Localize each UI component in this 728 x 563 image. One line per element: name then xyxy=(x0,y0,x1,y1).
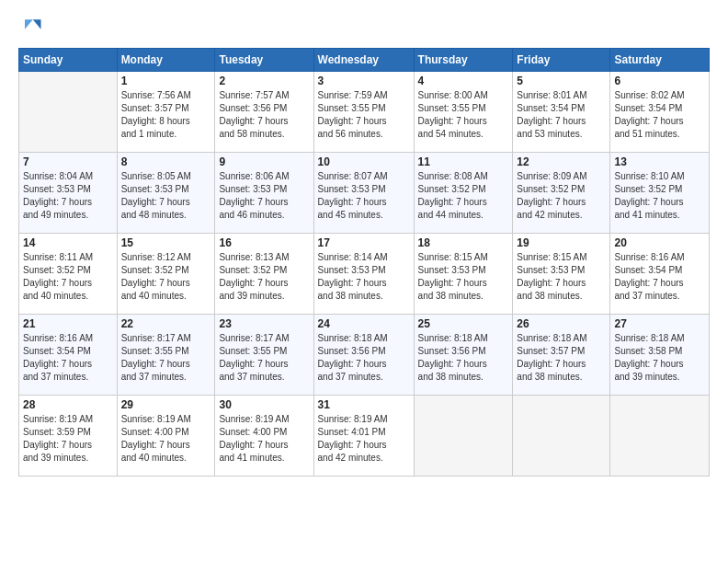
calendar-cell: 29Sunrise: 8:19 AM Sunset: 4:00 PM Dayli… xyxy=(117,396,215,477)
calendar-header-saturday: Saturday xyxy=(610,49,710,72)
day-info: Sunrise: 8:17 AM Sunset: 3:55 PM Dayligh… xyxy=(219,332,309,384)
week-row-4: 21Sunrise: 8:16 AM Sunset: 3:54 PM Dayli… xyxy=(19,315,710,396)
day-number: 18 xyxy=(418,236,509,249)
week-row-2: 7Sunrise: 8:04 AM Sunset: 3:53 PM Daylig… xyxy=(19,153,710,234)
calendar-header-thursday: Thursday xyxy=(414,49,513,72)
calendar-cell: 9Sunrise: 8:06 AM Sunset: 3:53 PM Daylig… xyxy=(215,153,313,234)
day-info: Sunrise: 8:13 AM Sunset: 3:52 PM Dayligh… xyxy=(219,251,309,303)
day-info: Sunrise: 8:09 AM Sunset: 3:52 PM Dayligh… xyxy=(517,170,606,222)
day-number: 2 xyxy=(219,75,309,87)
calendar-cell: 7Sunrise: 8:04 AM Sunset: 3:53 PM Daylig… xyxy=(19,153,118,234)
day-info: Sunrise: 8:00 AM Sunset: 3:55 PM Dayligh… xyxy=(418,89,509,141)
day-info: Sunrise: 8:19 AM Sunset: 3:59 PM Dayligh… xyxy=(23,413,113,465)
day-number: 8 xyxy=(121,155,211,168)
day-number: 23 xyxy=(219,317,309,330)
day-info: Sunrise: 8:15 AM Sunset: 3:53 PM Dayligh… xyxy=(517,251,606,303)
calendar-cell: 12Sunrise: 8:09 AM Sunset: 3:52 PM Dayli… xyxy=(513,153,610,234)
day-info: Sunrise: 8:10 AM Sunset: 3:52 PM Dayligh… xyxy=(614,170,705,222)
svg-marker-1 xyxy=(25,19,33,29)
header xyxy=(18,15,710,40)
calendar-cell: 25Sunrise: 8:18 AM Sunset: 3:56 PM Dayli… xyxy=(414,315,513,396)
day-number: 26 xyxy=(517,317,606,330)
day-info: Sunrise: 8:01 AM Sunset: 3:54 PM Dayligh… xyxy=(517,89,606,141)
calendar-cell: 31Sunrise: 8:19 AM Sunset: 4:01 PM Dayli… xyxy=(313,396,414,477)
day-number: 27 xyxy=(614,317,705,330)
day-number: 16 xyxy=(219,236,309,249)
day-number: 29 xyxy=(121,398,211,411)
calendar-cell: 11Sunrise: 8:08 AM Sunset: 3:52 PM Dayli… xyxy=(414,153,513,234)
week-row-1: 1Sunrise: 7:56 AM Sunset: 3:57 PM Daylig… xyxy=(19,72,710,153)
calendar-cell: 30Sunrise: 8:19 AM Sunset: 4:00 PM Dayli… xyxy=(215,396,313,477)
day-number: 21 xyxy=(23,317,113,330)
day-info: Sunrise: 7:59 AM Sunset: 3:55 PM Dayligh… xyxy=(318,89,410,141)
day-number: 4 xyxy=(418,75,509,87)
calendar-cell: 26Sunrise: 8:18 AM Sunset: 3:57 PM Dayli… xyxy=(513,315,610,396)
calendar-cell: 5Sunrise: 8:01 AM Sunset: 3:54 PM Daylig… xyxy=(513,72,610,153)
calendar-cell xyxy=(513,396,610,477)
day-info: Sunrise: 8:15 AM Sunset: 3:53 PM Dayligh… xyxy=(418,251,509,303)
calendar-header-monday: Monday xyxy=(117,49,215,72)
day-info: Sunrise: 7:56 AM Sunset: 3:57 PM Dayligh… xyxy=(121,89,211,141)
calendar-cell: 14Sunrise: 8:11 AM Sunset: 3:52 PM Dayli… xyxy=(19,234,118,315)
day-info: Sunrise: 8:17 AM Sunset: 3:55 PM Dayligh… xyxy=(121,332,211,384)
day-info: Sunrise: 8:11 AM Sunset: 3:52 PM Dayligh… xyxy=(23,251,113,303)
day-info: Sunrise: 8:05 AM Sunset: 3:53 PM Dayligh… xyxy=(121,170,211,222)
day-number: 12 xyxy=(517,155,606,168)
calendar-cell: 4Sunrise: 8:00 AM Sunset: 3:55 PM Daylig… xyxy=(414,72,513,153)
calendar-cell: 10Sunrise: 8:07 AM Sunset: 3:53 PM Dayli… xyxy=(313,153,414,234)
calendar-header-wednesday: Wednesday xyxy=(313,49,414,72)
svg-marker-0 xyxy=(33,19,41,29)
calendar-header-tuesday: Tuesday xyxy=(215,49,313,72)
calendar-cell: 16Sunrise: 8:13 AM Sunset: 3:52 PM Dayli… xyxy=(215,234,313,315)
day-number: 19 xyxy=(517,236,606,249)
calendar-cell: 20Sunrise: 8:16 AM Sunset: 3:54 PM Dayli… xyxy=(610,234,710,315)
calendar-table: SundayMondayTuesdayWednesdayThursdayFrid… xyxy=(18,48,710,477)
calendar-cell xyxy=(610,396,710,477)
day-info: Sunrise: 8:12 AM Sunset: 3:52 PM Dayligh… xyxy=(121,251,211,303)
day-number: 6 xyxy=(614,75,705,87)
day-number: 5 xyxy=(517,75,606,87)
calendar-cell: 6Sunrise: 8:02 AM Sunset: 3:54 PM Daylig… xyxy=(610,72,710,153)
day-info: Sunrise: 8:19 AM Sunset: 4:00 PM Dayligh… xyxy=(121,413,211,465)
day-info: Sunrise: 8:02 AM Sunset: 3:54 PM Dayligh… xyxy=(614,89,705,141)
calendar-cell: 1Sunrise: 7:56 AM Sunset: 3:57 PM Daylig… xyxy=(117,72,215,153)
calendar-cell: 15Sunrise: 8:12 AM Sunset: 3:52 PM Dayli… xyxy=(117,234,215,315)
calendar-cell: 21Sunrise: 8:16 AM Sunset: 3:54 PM Dayli… xyxy=(19,315,118,396)
calendar-cell: 2Sunrise: 7:57 AM Sunset: 3:56 PM Daylig… xyxy=(215,72,313,153)
calendar-cell: 3Sunrise: 7:59 AM Sunset: 3:55 PM Daylig… xyxy=(313,72,414,153)
day-number: 31 xyxy=(318,398,410,411)
calendar-cell: 18Sunrise: 8:15 AM Sunset: 3:53 PM Dayli… xyxy=(414,234,513,315)
calendar-cell: 8Sunrise: 8:05 AM Sunset: 3:53 PM Daylig… xyxy=(117,153,215,234)
day-number: 7 xyxy=(23,155,113,168)
day-number: 14 xyxy=(23,236,113,249)
logo-icon xyxy=(18,15,44,40)
page-container: SundayMondayTuesdayWednesdayThursdayFrid… xyxy=(0,0,728,486)
day-info: Sunrise: 8:06 AM Sunset: 3:53 PM Dayligh… xyxy=(219,170,309,222)
day-info: Sunrise: 8:04 AM Sunset: 3:53 PM Dayligh… xyxy=(23,170,113,222)
calendar-cell: 23Sunrise: 8:17 AM Sunset: 3:55 PM Dayli… xyxy=(215,315,313,396)
calendar-cell: 17Sunrise: 8:14 AM Sunset: 3:53 PM Dayli… xyxy=(313,234,414,315)
day-info: Sunrise: 8:18 AM Sunset: 3:58 PM Dayligh… xyxy=(614,332,705,384)
day-info: Sunrise: 8:18 AM Sunset: 3:57 PM Dayligh… xyxy=(517,332,606,384)
day-number: 20 xyxy=(614,236,705,249)
day-info: Sunrise: 8:19 AM Sunset: 4:00 PM Dayligh… xyxy=(219,413,309,465)
day-number: 25 xyxy=(418,317,509,330)
day-number: 9 xyxy=(219,155,309,168)
day-number: 1 xyxy=(121,75,211,87)
day-number: 24 xyxy=(318,317,410,330)
day-number: 30 xyxy=(219,398,309,411)
week-row-3: 14Sunrise: 8:11 AM Sunset: 3:52 PM Dayli… xyxy=(19,234,710,315)
calendar-cell: 19Sunrise: 8:15 AM Sunset: 3:53 PM Dayli… xyxy=(513,234,610,315)
calendar-cell: 13Sunrise: 8:10 AM Sunset: 3:52 PM Dayli… xyxy=(610,153,710,234)
calendar-header-row: SundayMondayTuesdayWednesdayThursdayFrid… xyxy=(19,49,710,72)
calendar-cell: 27Sunrise: 8:18 AM Sunset: 3:58 PM Dayli… xyxy=(610,315,710,396)
day-info: Sunrise: 8:08 AM Sunset: 3:52 PM Dayligh… xyxy=(418,170,509,222)
day-info: Sunrise: 8:19 AM Sunset: 4:01 PM Dayligh… xyxy=(318,413,410,465)
day-number: 22 xyxy=(121,317,211,330)
calendar-cell xyxy=(414,396,513,477)
day-info: Sunrise: 8:16 AM Sunset: 3:54 PM Dayligh… xyxy=(23,332,113,384)
calendar-cell xyxy=(19,72,118,153)
day-info: Sunrise: 8:14 AM Sunset: 3:53 PM Dayligh… xyxy=(318,251,410,303)
logo xyxy=(18,15,48,40)
day-number: 28 xyxy=(23,398,113,411)
